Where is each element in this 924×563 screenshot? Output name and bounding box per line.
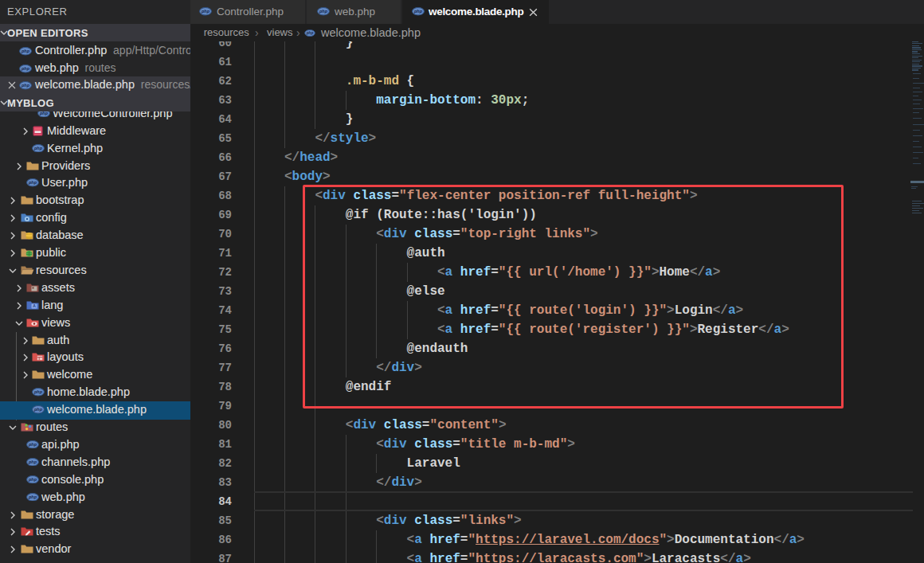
svg-text:php: php <box>28 181 37 186</box>
svg-text:php: php <box>28 442 37 447</box>
svg-text:php: php <box>306 31 314 35</box>
svg-text:php: php <box>201 9 210 14</box>
svg-text:php: php <box>33 407 43 412</box>
svg-text:php: php <box>28 477 37 482</box>
svg-text:A: A <box>33 303 36 308</box>
svg-text:php: php <box>28 459 37 464</box>
svg-text:php: php <box>21 66 30 71</box>
svg-text:php: php <box>39 111 49 115</box>
svg-text:php: php <box>33 389 43 394</box>
svg-text:php: php <box>28 495 37 499</box>
svg-text:php: php <box>413 9 423 14</box>
svg-text:php: php <box>21 49 30 53</box>
svg-text:php: php <box>21 83 30 88</box>
svg-text:php: php <box>33 146 43 151</box>
svg-text:php: php <box>319 9 328 14</box>
